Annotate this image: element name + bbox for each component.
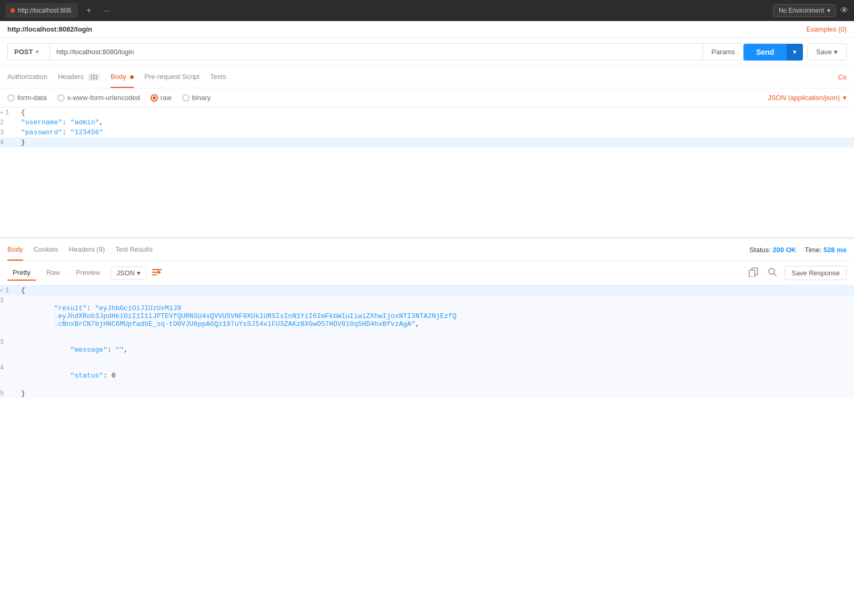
tab-body[interactable]: Body [111,66,134,88]
resp-line-num-1: ▾ 1 [0,286,21,294]
json-format-chevron-icon: ▾ [843,94,847,102]
chevron-down-icon: ▾ [827,7,830,14]
copy-icon[interactable] [749,267,758,279]
urlencoded-option[interactable]: x-www-form-urlencoded [57,94,140,102]
status-value: 200 OK [772,246,796,254]
env-dropdown[interactable]: No Environment ▾ [773,4,836,17]
send-button[interactable]: Send [743,44,787,61]
time-value: 528 ms [823,246,847,254]
method-label: POST [14,48,33,56]
format-pretty[interactable]: Pretty [7,265,36,281]
response-line-4: 4 "status": 0 [0,363,854,389]
send-chevron-button[interactable]: ▾ [787,44,803,61]
binary-radio[interactable] [182,94,190,102]
svg-point-5 [769,269,774,274]
request-bar: POST ▾ Params Send ▾ Save ▾ [0,38,854,66]
search-icon[interactable] [768,267,777,279]
tab-tests[interactable]: Tests [210,66,226,88]
resp-line-content-1: { [21,286,854,294]
method-selector[interactable]: POST ▾ [7,43,49,61]
response-line-1: ▾ 1 { [0,285,854,295]
line-content-3: "password": "123456" [21,128,854,136]
json-format-label: JSON (application/json) [768,94,840,102]
env-label: No Environment [779,7,824,14]
add-tab-button[interactable]: + [82,5,95,16]
response-line-3: 3 "message": "", [0,337,854,363]
json-format-selector[interactable]: JSON (application/json) ▾ [768,94,847,102]
body-type-bar: form-data x-www-form-urlencoded raw bina… [0,88,854,107]
request-tab-nav: Authorization Headers (1) Body Pre-reque… [0,66,854,88]
tab-authorization[interactable]: Authorization [7,66,47,88]
response-line-2: 2 "result": "eyJhbGciOiJIUzUxMiJ9 .eyJhd… [0,295,854,337]
save-response-button[interactable]: Save Response [785,266,847,280]
examples-link[interactable]: Examples (0) [806,25,847,33]
code-line-3: 3 "password": "123456" [0,127,854,137]
resp-line-num-2: 2 [0,296,21,304]
format-raw[interactable]: Raw [41,265,65,281]
tab-co-label: Co [838,73,847,81]
line-num-1: ▾ 1 [0,108,21,116]
svg-rect-4 [749,270,755,277]
request-body-editor[interactable]: ▾ 1 { 2 "username": "admin", 3 "password… [0,107,854,239]
line-content-4: } [21,138,854,146]
response-tab-test-results[interactable]: Test Results [115,239,153,261]
raw-option[interactable]: raw [151,94,172,102]
code-line-4: 4 } [0,137,854,147]
more-tabs-button[interactable]: ··· [100,5,114,16]
resp-line-num-5: 5 [0,390,21,398]
resp-line-num-4: 4 [0,364,21,372]
code-line-1: ▾ 1 { [0,107,854,117]
save-chevron-icon: ▾ [834,48,838,56]
resp-line-content-5: } [21,390,854,398]
json-dropdown-chevron-icon: ▾ [137,269,141,277]
time-label: Time: 528 ms [805,246,847,254]
params-button[interactable]: Params [702,43,743,61]
line-num-2: 2 [0,118,21,126]
response-tab-body[interactable]: Body [7,239,23,261]
status-label: Status: 200 OK [749,246,796,254]
response-meta: Status: 200 OK Time: 528 ms [749,246,847,254]
env-selector: No Environment ▾ 👁 [773,4,849,17]
response-toolbar: Pretty Raw Preview JSON ▾ Save Response [0,261,854,285]
tab-dot [11,8,15,13]
method-chevron-icon: ▾ [36,49,38,55]
resp-line-content-2: "result": "eyJhbGciOiJIUzUxMiJ9 .eyJhdXR… [21,296,854,336]
response-tab-headers[interactable]: Headers (9) [69,239,105,261]
format-preview[interactable]: Preview [71,265,105,281]
tab-headers[interactable]: Headers (1) [58,66,100,88]
response-code-viewer: ▾ 1 { 2 "result": "eyJhbGciOiJIUzUxMiJ9 … [0,285,854,399]
request-tab[interactable]: http://localhost:808. [5,3,78,18]
tab-label: http://localhost:808. [18,7,73,14]
breadcrumb-bar: http://localhost:8082/login Examples (0) [0,21,854,38]
raw-radio[interactable] [151,94,158,102]
wrap-icon[interactable] [152,268,162,279]
svg-line-6 [774,273,777,276]
response-json-dropdown[interactable]: JSON ▾ [111,266,146,280]
line-num-4: 4 [0,138,21,146]
response-section: Body Cookies Headers (9) Test Results St… [0,239,854,399]
save-button[interactable]: Save ▾ [807,43,847,61]
eye-icon[interactable]: 👁 [840,6,849,15]
tab-pre-request-script[interactable]: Pre-request Script [144,66,200,88]
response-tab-bar: Body Cookies Headers (9) Test Results St… [0,239,854,261]
line-num-3: 3 [0,128,21,136]
line-content-1: { [21,108,854,116]
binary-option[interactable]: binary [182,94,211,102]
top-bar: http://localhost:808. + ··· No Environme… [0,0,854,21]
resp-line-content-3: "message": "", [21,338,854,362]
resp-line-content-4: "status": 0 [21,364,854,388]
response-json-label: JSON [116,269,135,277]
line-content-2: "username": "admin", [21,118,854,126]
urlencoded-radio[interactable] [57,94,65,102]
response-tab-cookies[interactable]: Cookies [34,239,58,261]
form-data-radio[interactable] [7,94,15,102]
code-line-2: 2 "username": "admin", [0,117,854,127]
breadcrumb: http://localhost:8082/login [7,25,92,33]
resp-line-num-3: 3 [0,338,21,346]
response-line-5: 5 } [0,389,854,399]
form-data-option[interactable]: form-data [7,94,47,102]
url-input[interactable] [49,43,702,61]
send-btn-group: Send ▾ [743,44,803,61]
